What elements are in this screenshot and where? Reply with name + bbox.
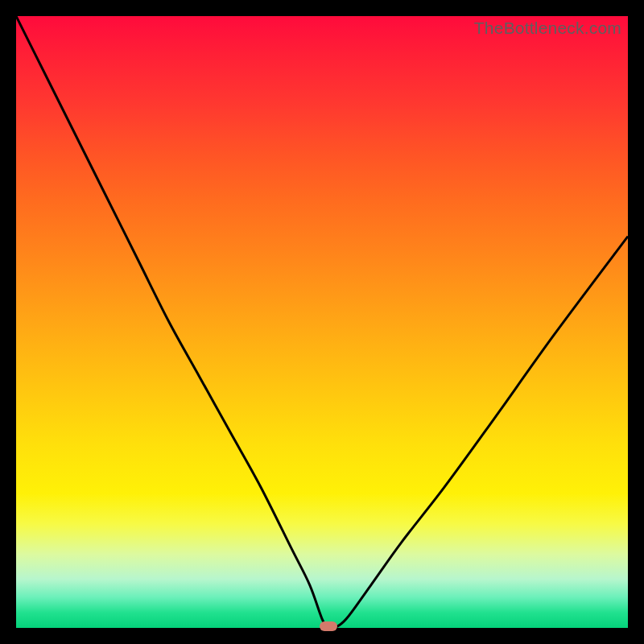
plot-area: TheBottleneck.com [16, 16, 628, 628]
optimal-point-marker [320, 621, 337, 631]
bottleneck-curve [16, 16, 628, 628]
chart-frame: TheBottleneck.com [0, 0, 644, 644]
